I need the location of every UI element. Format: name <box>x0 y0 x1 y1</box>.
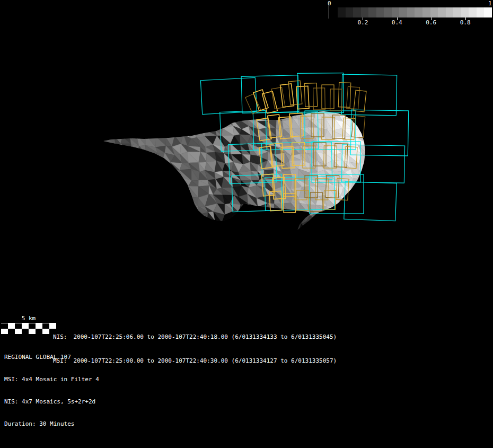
colorbar-step <box>446 7 454 17</box>
colorbar-tick-label: 0.2 <box>355 19 371 26</box>
scale-checker-cell <box>42 323 49 329</box>
scale-checker-cell <box>15 329 22 334</box>
colorbar-step <box>461 7 469 17</box>
colorbar-step <box>407 7 415 17</box>
scale-checker-cell <box>15 323 22 329</box>
nis-footprint <box>330 89 342 111</box>
colorbar-step <box>361 7 369 17</box>
scale-checker-cell <box>22 323 29 329</box>
scale-checker-cell <box>1 329 8 334</box>
msi-times: 2000-107T22:25:00.00 to 2000-107T22:40:3… <box>74 357 337 364</box>
scale-checker-cell <box>36 329 42 334</box>
scale-checker-cell <box>36 323 42 329</box>
colorbar-step <box>399 7 407 17</box>
colorbar-step <box>376 7 384 17</box>
nis-footprint <box>280 84 294 107</box>
colorbar-max-label: 1 <box>488 0 492 7</box>
nis-times: 2000-107T22:25:06.00 to 2000-107T22:40:1… <box>74 333 337 340</box>
colorbar: 0 1 0.20.40.60.8 <box>327 0 493 27</box>
scale-checker-cell <box>29 323 36 329</box>
scale-checker-cell <box>1 323 8 329</box>
viewport: 0 1 0.20.40.60.8 5 km NIS:2000-107T22:25… <box>0 0 493 448</box>
colorbar-step <box>384 7 392 17</box>
nis-mosaic-info: NIS: 4x7 Mosaics, 5s+2r+2d <box>4 398 99 406</box>
colorbar-gradient <box>338 7 492 17</box>
msi-footprint <box>297 73 344 113</box>
nis-footprint <box>262 91 278 113</box>
colorbar-step <box>453 7 461 17</box>
colorbar-step <box>353 7 361 17</box>
duration-info: Duration: 30 Minutes <box>4 420 99 428</box>
scale-checker-cell <box>29 329 36 334</box>
sequence-title: REGIONAL GLOBAL 107 <box>4 354 99 361</box>
colorbar-step <box>392 7 400 17</box>
scale-checker-cell <box>42 329 49 334</box>
nis-footprint <box>322 85 334 109</box>
scale-bar-label: 5 km <box>1 315 56 322</box>
colorbar-step <box>368 7 376 17</box>
colorbar-step <box>430 7 438 17</box>
colorbar-zero-line <box>329 5 329 19</box>
sequence-info-block: REGIONAL GLOBAL 107 MSI: 4x4 Mosaic in F… <box>4 339 99 443</box>
colorbar-step <box>469 7 477 17</box>
colorbar-step <box>484 7 492 17</box>
scale-checker-cell <box>22 329 29 334</box>
nis-footprint <box>271 87 285 109</box>
colorbar-step <box>438 7 446 17</box>
colorbar-tick-label: 0.6 <box>423 19 439 26</box>
colorbar-step <box>346 7 354 17</box>
nis-footprint <box>288 81 302 105</box>
colorbar-step <box>422 7 430 17</box>
colorbar-tick-label: 0.8 <box>457 19 473 26</box>
scale-checker-cell <box>8 323 15 329</box>
msi-footprint <box>341 74 397 116</box>
msi-mosaic-info: MSI: 4x4 Mosaic in Filter 4 <box>4 376 99 383</box>
colorbar-step <box>477 7 485 17</box>
colorbar-step <box>338 7 346 17</box>
colorbar-min-label: 0 <box>328 0 331 7</box>
scale-checker-cell <box>8 329 15 334</box>
nis-footprint <box>338 83 351 108</box>
colorbar-step <box>415 7 422 17</box>
colorbar-tick-label: 0.4 <box>389 19 405 26</box>
nis-footprint <box>347 86 360 109</box>
scale-checkerboard <box>1 323 56 334</box>
